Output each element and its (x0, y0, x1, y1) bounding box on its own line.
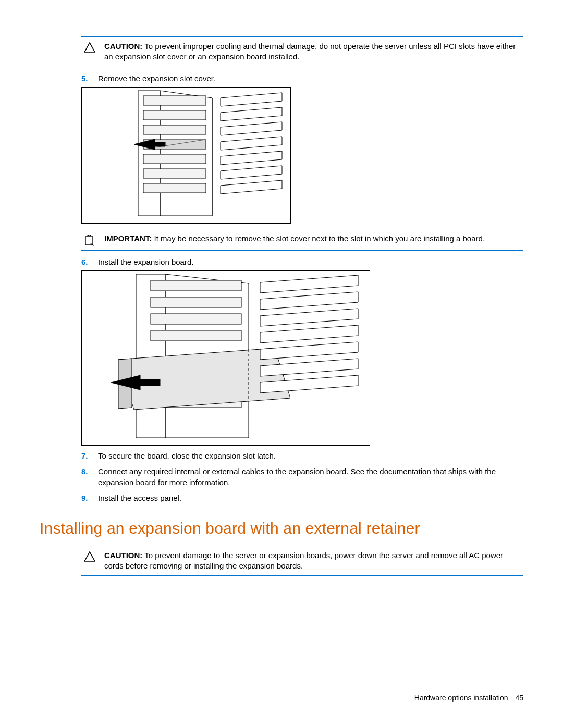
page-number: 45 (515, 694, 523, 702)
svg-rect-29 (151, 330, 241, 341)
step-7-num: 7. (81, 451, 92, 461)
svg-marker-15 (221, 107, 282, 121)
svg-rect-6 (143, 125, 206, 134)
step-6-text: Install the expansion board. (98, 257, 193, 267)
svg-marker-2 (160, 91, 212, 216)
step-6: 6. Install the expansion board. (81, 257, 523, 267)
important-body: It may be necessary to remove the slot c… (154, 234, 485, 243)
figure-install-board (81, 270, 370, 446)
caution-icon (83, 550, 96, 562)
step-8: 8. Connect any required internal or exte… (81, 466, 523, 488)
step-9: 9. Install the access panel. (81, 493, 523, 503)
caution-text-2: CAUTION: To prevent damage to the server… (104, 550, 523, 572)
svg-rect-28 (151, 314, 241, 324)
svg-rect-9 (143, 169, 206, 178)
step-9-num: 9. (81, 493, 92, 503)
step-7: 7. To secure the board, close the expans… (81, 451, 523, 461)
svg-marker-44 (84, 552, 95, 561)
svg-marker-18 (221, 151, 282, 165)
svg-rect-21 (85, 237, 93, 245)
caution-callout-1: CAUTION: To prevent improper cooling and… (81, 36, 523, 67)
step-6-num: 6. (81, 257, 92, 267)
section-heading: Installing an expansion board with an ex… (40, 518, 523, 539)
svg-marker-17 (221, 137, 282, 150)
page: CAUTION: To prevent improper cooling and… (0, 0, 563, 728)
svg-rect-4 (143, 96, 206, 105)
svg-rect-26 (151, 280, 241, 291)
caution-icon (83, 41, 96, 53)
svg-marker-40 (260, 325, 358, 343)
important-label: IMPORTANT: (104, 234, 152, 243)
step-8-text: Connect any required internal or externa… (98, 466, 523, 488)
svg-marker-16 (221, 122, 282, 135)
svg-marker-38 (260, 292, 358, 310)
step-5-text: Remove the expansion slot cover. (98, 73, 215, 84)
svg-rect-10 (143, 183, 206, 193)
footer-text: Hardware options installation (414, 694, 508, 702)
important-callout: IMPORTANT: It may be necessary to remove… (81, 229, 523, 251)
svg-marker-37 (260, 275, 358, 293)
svg-marker-0 (84, 43, 95, 52)
svg-marker-20 (221, 180, 282, 194)
step-8-num: 8. (81, 466, 92, 477)
caution-text-1: CAUTION: To prevent improper cooling and… (104, 41, 523, 63)
svg-marker-41 (260, 342, 358, 360)
content-column-2: CAUTION: To prevent damage to the server… (81, 546, 523, 576)
svg-rect-8 (143, 154, 206, 164)
svg-marker-39 (260, 309, 358, 326)
caution-label-1: CAUTION: (104, 42, 142, 51)
svg-marker-19 (221, 166, 282, 179)
content-column: CAUTION: To prevent improper cooling and… (81, 36, 523, 503)
caution-body-1: To prevent improper cooling and thermal … (104, 42, 516, 61)
caution-body-2: To prevent damage to the server or expan… (104, 551, 503, 570)
footer: Hardware options installation 45 (414, 693, 523, 703)
step-5-num: 5. (81, 73, 92, 84)
caution-callout-2: CAUTION: To prevent damage to the server… (81, 546, 523, 576)
caution-label-2: CAUTION: (104, 551, 142, 560)
step-7-text: To secure the board, close the expansion… (98, 451, 276, 461)
svg-rect-5 (143, 110, 206, 120)
svg-marker-14 (221, 93, 282, 106)
figure-remove-slot-cover (81, 87, 291, 224)
step-5: 5. Remove the expansion slot cover. (81, 73, 523, 84)
svg-rect-27 (151, 297, 241, 307)
step-9-text: Install the access panel. (98, 493, 181, 503)
important-text: IMPORTANT: It may be necessary to remove… (104, 233, 523, 244)
important-icon (83, 233, 96, 246)
svg-marker-1 (138, 91, 160, 216)
